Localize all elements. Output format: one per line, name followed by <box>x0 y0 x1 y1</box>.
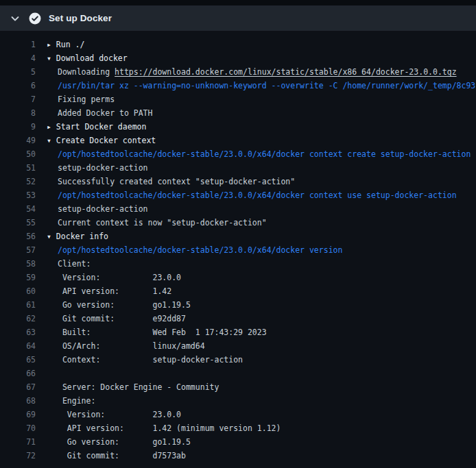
log-line: 71 Go version: go1.19.5 <box>0 435 476 449</box>
log-line: 58Client: <box>0 257 476 271</box>
log-text: Git commit: d7573ab <box>47 449 186 463</box>
triangle-right-icon[interactable]: ▸ <box>47 40 56 49</box>
log-line: 56▾ Docker info <box>0 230 476 243</box>
log-line: 67 Server: Docker Engine - Community <box>0 380 476 394</box>
log-line: 70 API version: 1.42 (minimum version 1.… <box>0 421 476 435</box>
log-group-header[interactable]: ▾ Docker info <box>47 230 108 243</box>
line-number[interactable]: 69 <box>7 408 47 421</box>
log-line: 60 API version: 1.42 <box>0 284 476 298</box>
line-number[interactable]: 61 <box>7 298 47 312</box>
log-link[interactable]: https://download.docker.com/linux/static… <box>115 67 457 77</box>
command-text: /opt/hostedtoolcache/docker-stable/23.0.… <box>47 243 342 257</box>
log-text: Go version: go1.19.5 <box>47 298 191 312</box>
line-number[interactable]: 49 <box>7 134 47 147</box>
log-text: Successfully created context "setup-dock… <box>47 175 295 188</box>
log-line: 8Added Docker to PATH <box>0 106 476 120</box>
line-number[interactable]: 65 <box>7 353 47 367</box>
log-line: 54setup-docker-action <box>0 202 476 216</box>
log-line: 55Current context is now "setup-docker-a… <box>0 216 476 230</box>
log-text: Built: Wed Feb 1 17:43:29 2023 <box>47 325 267 339</box>
line-number[interactable]: 70 <box>7 421 47 435</box>
log-line: 57/opt/hostedtoolcache/docker-stable/23.… <box>0 243 476 257</box>
log-text: Added Docker to PATH <box>47 106 152 120</box>
log-group-header[interactable]: ▾ Create Docker context <box>47 134 156 147</box>
step-title: Set up Docker <box>49 13 112 23</box>
log-line: 53/opt/hostedtoolcache/docker-stable/23.… <box>0 188 476 202</box>
log-line: 51setup-docker-action <box>0 161 476 175</box>
line-number[interactable]: 57 <box>7 243 47 257</box>
line-number[interactable]: 9 <box>7 120 47 134</box>
log-text: OS/Arch: linux/amd64 <box>47 339 205 353</box>
group-label: Docker info <box>56 232 108 241</box>
line-number[interactable]: 60 <box>7 284 47 298</box>
triangle-down-icon[interactable]: ▾ <box>47 53 56 63</box>
log-text-segment: Downloading <box>58 67 115 77</box>
line-number[interactable]: 62 <box>7 312 47 325</box>
line-number[interactable]: 51 <box>7 161 47 175</box>
line-number[interactable]: 50 <box>7 147 47 161</box>
line-number[interactable]: 64 <box>7 339 47 353</box>
log-text: Downloading https://download.docker.com/… <box>47 65 457 79</box>
chevron-down-icon[interactable] <box>10 13 21 24</box>
log-line: 69 Version: 23.0.0 <box>0 408 476 421</box>
line-number[interactable]: 58 <box>7 257 47 271</box>
triangle-down-icon[interactable]: ▾ <box>47 136 56 145</box>
log-text: setup-docker-action <box>47 202 148 216</box>
log-line: 6/usr/bin/tar xz --warning=no-unknown-ke… <box>0 79 476 93</box>
log-text: Version: 23.0.0 <box>47 271 181 284</box>
group-label: Run ./ <box>56 40 85 49</box>
log-text: Server: Docker Engine - Community <box>47 380 219 394</box>
line-number[interactable]: 72 <box>7 449 47 463</box>
log-line: 68 Engine: <box>0 394 476 408</box>
log-text: Fixing perms <box>47 93 115 106</box>
log-line: 61 Go version: go1.19.5 <box>0 298 476 312</box>
line-number[interactable]: 63 <box>7 325 47 339</box>
log-text: Go version: go1.19.5 <box>47 435 191 449</box>
line-number[interactable]: 59 <box>7 271 47 284</box>
line-number[interactable]: 56 <box>7 230 47 243</box>
line-number[interactable]: 8 <box>7 106 47 120</box>
log-text: Client: <box>47 257 91 271</box>
log-text: Current context is now "setup-docker-act… <box>47 216 267 230</box>
line-number[interactable]: 52 <box>7 175 47 188</box>
log-line: 63 Built: Wed Feb 1 17:43:29 2023 <box>0 325 476 339</box>
top-strip <box>0 0 476 5</box>
log-text: Git commit: e92dd87 <box>47 312 186 325</box>
line-number[interactable]: 4 <box>7 51 47 65</box>
line-number[interactable]: 6 <box>7 79 47 93</box>
log-group-header[interactable]: ▸ Start Docker daemon <box>47 120 146 134</box>
command-text: /usr/bin/tar xz --warning=no-unknown-key… <box>47 79 475 93</box>
line-number[interactable]: 5 <box>7 65 47 79</box>
step-header[interactable]: Set up Docker <box>0 5 476 31</box>
log-text: API version: 1.42 <box>47 284 171 298</box>
line-number[interactable]: 66 <box>7 367 47 380</box>
line-number[interactable]: 71 <box>7 435 47 449</box>
triangle-right-icon[interactable]: ▸ <box>47 122 56 132</box>
log-line: 64 OS/Arch: linux/amd64 <box>0 339 476 353</box>
group-label: Create Docker context <box>56 136 156 145</box>
line-number[interactable]: 68 <box>7 394 47 408</box>
log-line: 7Fixing perms <box>0 93 476 106</box>
log-text: setup-docker-action <box>47 161 148 175</box>
log-text: Engine: <box>47 394 95 408</box>
check-circle-icon <box>29 12 41 25</box>
log-line: 49▾ Create Docker context <box>0 134 476 147</box>
line-number[interactable]: 54 <box>7 202 47 216</box>
line-number[interactable]: 67 <box>7 380 47 394</box>
log-line: 72 Git commit: d7573ab <box>0 449 476 463</box>
log-line: 65 Context: setup-docker-action <box>0 353 476 367</box>
line-number[interactable]: 53 <box>7 188 47 202</box>
log-group-header[interactable]: ▸ Run ./ <box>47 38 84 51</box>
log-line: 50/opt/hostedtoolcache/docker-stable/23.… <box>0 147 476 161</box>
line-number[interactable]: 1 <box>7 38 47 51</box>
line-number[interactable]: 55 <box>7 216 47 230</box>
log-text <box>47 367 58 380</box>
log-area: 1▸ Run ./4▾ Download docker5Downloading … <box>0 31 476 463</box>
log-line: 5Downloading https://download.docker.com… <box>0 65 476 79</box>
triangle-down-icon[interactable]: ▾ <box>47 232 56 241</box>
log-group-header[interactable]: ▾ Download docker <box>47 51 128 65</box>
log-line: 9▸ Start Docker daemon <box>0 120 476 134</box>
line-number[interactable]: 7 <box>7 93 47 106</box>
command-text: /opt/hostedtoolcache/docker-stable/23.0.… <box>47 188 457 202</box>
log-line: 59 Version: 23.0.0 <box>0 271 476 284</box>
